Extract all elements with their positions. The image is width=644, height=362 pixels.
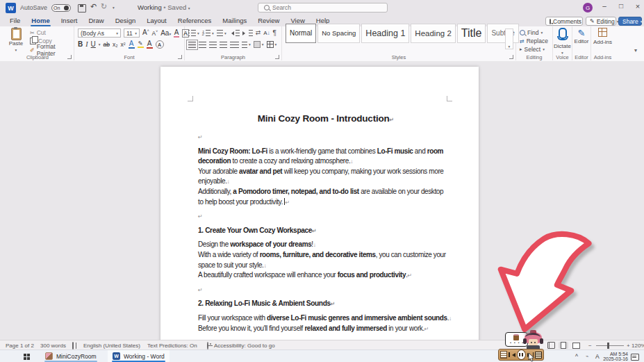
undo-icon[interactable]: ↶ xyxy=(90,2,97,11)
style-s-title[interactable]: Title xyxy=(457,24,486,43)
underline-button[interactable]: U xyxy=(91,41,96,48)
read-mode-button[interactable] xyxy=(546,342,556,349)
font-color-button[interactable]: A xyxy=(147,40,153,49)
dialog-launcher-icon[interactable] xyxy=(509,55,513,59)
sort-button[interactable]: A↓ xyxy=(263,31,270,36)
redo-icon[interactable]: ↻ xyxy=(101,2,107,11)
avatar-character[interactable] xyxy=(523,330,544,349)
change-case-button[interactable]: Aa▾ xyxy=(160,30,171,37)
tab-mailings[interactable]: Mailings xyxy=(217,15,252,26)
addins-button[interactable]: Add-ins xyxy=(593,28,613,45)
style-s-h1[interactable]: Heading 1 xyxy=(361,24,409,43)
tray-chevron-icon[interactable]: ^ xyxy=(575,353,578,362)
tray-device-icon[interactable]: ⌁ xyxy=(586,354,588,362)
zoom-in-button[interactable]: + xyxy=(627,343,630,349)
tab-design[interactable]: Design xyxy=(110,15,142,26)
playlist-button[interactable] xyxy=(535,351,542,359)
maximize-button[interactable]: □ xyxy=(614,2,628,10)
tab-file[interactable]: File xyxy=(4,15,26,26)
dictate-button[interactable]: Dictate ▾ xyxy=(554,28,571,56)
align-left-button[interactable] xyxy=(188,42,196,48)
format-painter-button[interactable]: ✐ Format Painter xyxy=(30,47,74,54)
font-size-combo[interactable]: 11▾ xyxy=(124,28,140,38)
taskbar-item-word[interactable]: W Working - Word xyxy=(108,350,170,362)
word-count[interactable]: 300 words xyxy=(40,343,66,349)
start-button[interactable] xyxy=(24,354,30,360)
zoom-level[interactable]: 120% xyxy=(631,343,644,349)
account-avatar[interactable]: G xyxy=(583,3,593,13)
increase-indent-button[interactable] xyxy=(242,30,253,36)
strikethrough-button[interactable]: ab xyxy=(104,42,110,48)
font-name-combo[interactable]: (Body As▾ xyxy=(78,28,121,38)
print-layout-button[interactable] xyxy=(559,342,568,349)
highlight-button[interactable]: ✎ xyxy=(138,41,144,48)
close-button[interactable]: × xyxy=(631,2,644,10)
tab-home[interactable]: Home xyxy=(26,15,55,26)
tab-layout[interactable]: Layout xyxy=(141,15,172,26)
replace-button[interactable]: ⇄ Replace xyxy=(520,38,548,44)
save-icon[interactable] xyxy=(78,4,86,13)
editor-button[interactable]: ✎ Editor xyxy=(573,28,590,44)
borders-button[interactable]: ▾ xyxy=(267,41,277,48)
pause-button[interactable] xyxy=(517,351,526,359)
tab-references[interactable]: References xyxy=(172,15,217,26)
page-indicator[interactable]: Page 1 of 2 xyxy=(6,343,34,349)
minimize-button[interactable]: – xyxy=(597,2,611,10)
ime-indicator[interactable]: A xyxy=(595,353,600,362)
line-spacing-button[interactable]: ▾ xyxy=(242,42,251,48)
autosave-toggle[interactable]: On xyxy=(51,4,71,12)
styles-more-button[interactable]: ▾ xyxy=(505,28,513,49)
style-s-h2[interactable]: Heading 2 xyxy=(411,24,455,43)
style-s-subtitle[interactable]: Subtitle xyxy=(487,24,518,43)
cut-button[interactable]: ✂ Cut xyxy=(30,29,46,36)
taskbar-item-minicozyroom[interactable]: MiniCozyRoom xyxy=(40,350,101,362)
paste-button[interactable]: Paste ▾ xyxy=(6,28,26,53)
notification-center-icon[interactable] xyxy=(631,354,639,361)
notepad-button[interactable] xyxy=(500,351,507,359)
zoom-slider-thumb[interactable] xyxy=(607,343,609,349)
multilevel-list-button[interactable]: ▾ xyxy=(217,30,226,36)
previous-track-button[interactable] xyxy=(509,351,515,359)
chevron-down-icon[interactable]: ▾ xyxy=(99,42,101,47)
clear-formatting-button[interactable]: A xyxy=(174,29,179,38)
document-page[interactable]: Mini Cozy Room - Introduction↵↵Mini Cozy… xyxy=(160,67,479,340)
justify-button[interactable] xyxy=(220,42,227,48)
shading-button[interactable]: ▾ xyxy=(254,41,264,48)
language-indicator[interactable]: English (United States) xyxy=(83,343,140,349)
search-input[interactable]: Search xyxy=(258,3,388,13)
align-center-button[interactable] xyxy=(199,42,206,48)
editing-mode-button[interactable]: ✎ Editing ▾ xyxy=(586,17,616,26)
share-button[interactable]: Share ▾ xyxy=(618,17,642,26)
bold-button[interactable]: B xyxy=(78,41,83,48)
superscript-button[interactable]: x² xyxy=(121,42,126,48)
numbering-button[interactable]: 12▾ xyxy=(202,30,214,36)
customize-qat-icon[interactable]: ▾ xyxy=(113,6,115,10)
text-predictions[interactable]: Text Predictions: On xyxy=(147,343,197,349)
find-button[interactable]: Find▾ xyxy=(520,29,543,36)
collapse-ribbon-icon[interactable]: ▾ xyxy=(634,47,637,54)
tab-review[interactable]: Review xyxy=(252,15,285,26)
text-effects-button[interactable]: A xyxy=(129,40,135,49)
document-title[interactable]: Working • Saved ▾ xyxy=(138,3,190,11)
accessibility-status[interactable]: Accessibility: Good to go xyxy=(214,343,275,349)
align-right-button[interactable] xyxy=(209,42,217,48)
select-button[interactable]: ▸ Select▾ xyxy=(520,46,545,53)
decrease-indent-button[interactable] xyxy=(229,30,240,36)
tab-insert[interactable]: Insert xyxy=(56,15,83,26)
dialog-launcher-icon[interactable] xyxy=(178,55,182,59)
word-app-icon[interactable]: W xyxy=(6,3,16,13)
grow-font-button[interactable]: A˄ xyxy=(142,29,149,36)
dialog-launcher-icon[interactable] xyxy=(275,55,279,59)
bullets-button[interactable]: ▾ xyxy=(188,30,199,36)
zoom-slider-track[interactable] xyxy=(596,345,624,346)
enclose-characters-button[interactable]: A xyxy=(156,40,164,49)
show-formatting-marks-button[interactable]: ¶ xyxy=(273,30,276,37)
shrink-font-button[interactable]: A˅ xyxy=(152,30,158,36)
clock[interactable]: AM 5:54 2025-03-16 xyxy=(600,352,628,361)
tab-draw[interactable]: Draw xyxy=(83,15,109,26)
web-layout-button[interactable] xyxy=(571,342,581,349)
subscript-button[interactable]: x₂ xyxy=(113,42,118,48)
style-s-normal[interactable]: Normal xyxy=(286,24,316,43)
italic-button[interactable]: I xyxy=(85,41,88,48)
dialog-launcher-icon[interactable] xyxy=(67,55,72,59)
